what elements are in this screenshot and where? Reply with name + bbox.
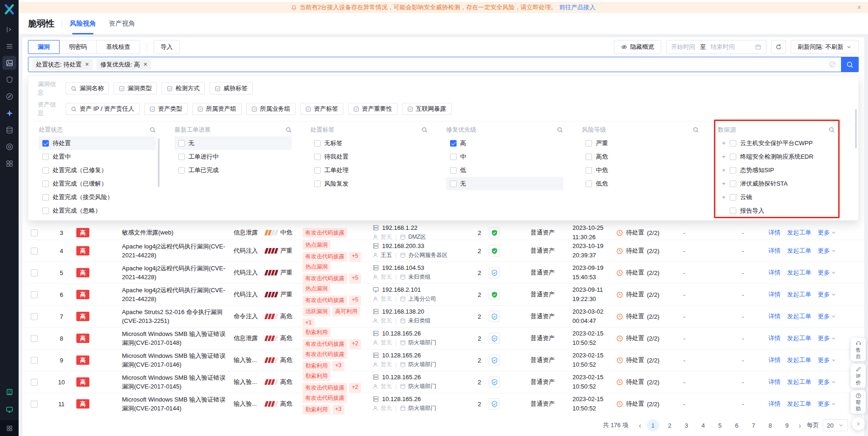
create-ticket-link[interactable]: 发起工单 (787, 334, 811, 342)
page-number-3[interactable]: 3 (680, 419, 693, 431)
page-number-6[interactable]: 6 (731, 419, 743, 431)
checkbox[interactable] (178, 154, 185, 160)
brand-logo-icon[interactable] (3, 3, 15, 15)
sidebar-item-collapse-icon[interactable] (2, 22, 16, 36)
filter-option[interactable]: 风险复发 (310, 177, 428, 190)
list-scrollbar[interactable] (158, 138, 160, 187)
checkbox[interactable] (450, 181, 457, 187)
filter-option[interactable]: 中 (446, 150, 564, 163)
more-link[interactable]: 更多 (818, 290, 836, 299)
more-tags-badge[interactable]: +5 (349, 252, 361, 262)
more-link[interactable]: 更多 (818, 247, 836, 255)
create-ticket-link[interactable]: 发起工单 (787, 378, 811, 386)
create-ticket-link[interactable]: 发起工单 (787, 356, 811, 364)
filter-option[interactable]: 无 (175, 136, 292, 150)
date-range-picker[interactable]: 开始时间 至 结束时间 (666, 40, 767, 54)
next-page-icon[interactable]: › (797, 422, 803, 429)
detail-link[interactable]: 详情 (768, 378, 781, 386)
clear-filters-icon[interactable] (829, 61, 836, 68)
refresh-button[interactable] (771, 40, 786, 54)
import-button[interactable]: 导入 (154, 40, 180, 54)
checkbox[interactable] (730, 154, 736, 160)
filter-button[interactable]: 资产类型 (144, 103, 188, 115)
checkbox[interactable] (450, 154, 457, 160)
more-link[interactable]: 更多 (818, 378, 836, 386)
row-checkbox[interactable] (31, 335, 38, 342)
filter-option[interactable]: +云镜 (718, 190, 835, 204)
detail-link[interactable]: 详情 (768, 356, 781, 364)
create-ticket-link[interactable]: 发起工单 (787, 268, 811, 277)
filter-button[interactable]: 资产标签 (300, 103, 343, 115)
expand-icon[interactable]: + (721, 140, 726, 147)
detail-link[interactable]: 详情 (768, 400, 781, 408)
checkbox[interactable] (585, 140, 592, 147)
more-tags-badge[interactable]: +5 (349, 274, 361, 283)
checkbox[interactable] (730, 208, 736, 214)
filter-button[interactable]: 互联网暴露 (402, 103, 451, 115)
sidebar-item-menu-icon[interactable] (2, 39, 16, 53)
filter-button[interactable]: 所属业务组 (246, 103, 296, 115)
filter-option[interactable]: 处置完成（忽略） (39, 204, 156, 217)
floating-question-button[interactable]: 帮助 (851, 390, 866, 414)
sidebar-item-shield-icon[interactable] (2, 73, 16, 87)
filter-option[interactable]: 处置中 (39, 150, 156, 163)
more-link[interactable]: 更多 (818, 228, 836, 237)
remove-tag-icon[interactable]: ✕ (85, 61, 89, 67)
expand-icon[interactable]: + (721, 167, 726, 174)
row-checkbox[interactable] (31, 269, 38, 276)
checkbox[interactable] (314, 167, 321, 174)
segment-2[interactable]: 基线核查 (96, 40, 140, 54)
checkbox[interactable] (730, 167, 736, 174)
row-checkbox[interactable] (31, 248, 38, 255)
sidebar-item-gallery-icon[interactable] (2, 56, 16, 70)
sidebar-monitor-icon[interactable] (2, 402, 16, 416)
row-checkbox[interactable] (31, 291, 38, 298)
filter-option[interactable]: +潜伏威胁探针STA (718, 177, 835, 190)
segment-0[interactable]: 漏洞 (28, 40, 60, 54)
create-ticket-link[interactable]: 发起工单 (787, 400, 811, 408)
detail-link[interactable]: 详情 (768, 268, 781, 277)
refresh-interval-dropdown[interactable]: 刷新间隔: 不刷新 (791, 40, 859, 54)
checkbox[interactable] (585, 181, 592, 187)
filter-option[interactable]: 低 (446, 163, 564, 177)
filter-button[interactable]: 资产重要性 (348, 103, 397, 115)
search-bar[interactable]: 处置状态: 待处置✕修复优先级: 高✕ (28, 57, 859, 72)
page-number-5[interactable]: 5 (714, 419, 726, 431)
more-link[interactable]: 更多 (818, 268, 836, 277)
filter-option[interactable]: 处置完成（接受风险） (39, 190, 156, 204)
filter-button[interactable]: 漏洞名称 (66, 82, 109, 94)
sidebar-building-icon[interactable] (2, 385, 16, 399)
sidebar-footer-workbench-icon[interactable] (0, 420, 19, 436)
banner-link[interactable]: 前往产品接入 (559, 3, 596, 12)
checkbox[interactable] (585, 154, 592, 160)
panel-scrollbar[interactable] (855, 109, 857, 148)
page-number-1[interactable]: 1 (647, 419, 659, 431)
checkbox[interactable] (314, 154, 321, 160)
filter-option[interactable]: 无标签 (310, 136, 428, 150)
sidebar-item-apps-icon[interactable] (2, 156, 16, 170)
checkbox[interactable] (730, 181, 736, 187)
more-link[interactable]: 更多 (818, 400, 836, 408)
checkbox[interactable] (730, 140, 736, 147)
sidebar-item-compass-icon[interactable] (2, 89, 16, 103)
more-link[interactable]: 更多 (818, 334, 836, 342)
sidebar-item-database-icon[interactable] (2, 123, 16, 137)
checkbox[interactable] (42, 167, 49, 174)
detail-link[interactable]: 详情 (768, 312, 781, 321)
floating-headset-button[interactable]: 售后 (851, 338, 866, 361)
checkbox[interactable] (314, 140, 321, 147)
page-size-select[interactable]: 20 (823, 419, 848, 431)
filter-option[interactable]: 待处置 (39, 136, 156, 150)
filter-button[interactable]: 威胁标签 (209, 82, 253, 94)
filter-button[interactable]: 资产 IP / 资产责任人 (66, 103, 140, 115)
filter-option[interactable]: 待我处置 (310, 150, 428, 163)
checkbox[interactable] (450, 167, 457, 174)
filter-option[interactable]: 低危 (582, 177, 699, 190)
filter-option[interactable]: 工单已完成 (175, 163, 292, 177)
checkbox[interactable] (42, 208, 49, 214)
filter-option[interactable]: 工单进行中 (175, 150, 292, 163)
filter-option[interactable]: 处置完成（已缓解） (39, 177, 156, 190)
checkbox[interactable] (42, 140, 49, 147)
prev-page-icon[interactable]: ‹ (637, 422, 643, 429)
page-number-7[interactable]: 7 (747, 419, 760, 431)
